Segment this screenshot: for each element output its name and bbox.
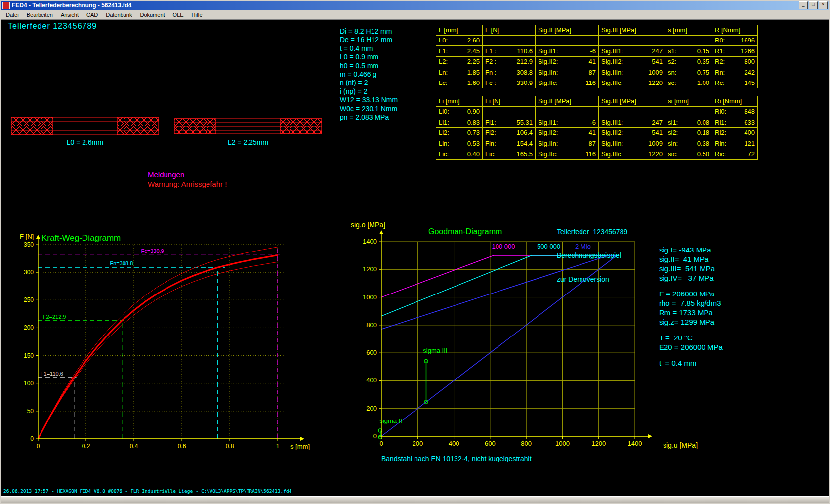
- chart-label: Goodman-Diagramm: [428, 227, 502, 236]
- application-window: FED4 - Tellerfederberechnung - 562413.fd…: [0, 0, 830, 504]
- menu-item-cad[interactable]: CAD: [83, 11, 102, 19]
- chart-label: s [mm]: [290, 443, 310, 450]
- chart-label: 800: [521, 440, 532, 447]
- result-line: sig.II= 41 MPa: [659, 254, 723, 264]
- menu-item-dokument[interactable]: Dokument: [136, 11, 168, 19]
- menu-item-ole[interactable]: OLE: [169, 11, 188, 19]
- table-cell: [599, 36, 665, 46]
- chart-label: 200: [412, 440, 423, 447]
- close-button[interactable]: ×: [819, 1, 828, 9]
- result-line: rho = 7.85 kg/dm3: [659, 298, 723, 308]
- table-cell: F1 :110.6: [483, 46, 536, 57]
- chart-label: sigma II: [379, 417, 402, 424]
- chart-label: F [N]: [20, 233, 34, 240]
- table-cell: F2 :212.9: [483, 57, 536, 68]
- maximize-button[interactable]: □: [809, 1, 818, 9]
- result-line: E = 206000 MPa: [659, 289, 723, 298]
- chart-label: 350: [24, 241, 34, 248]
- table-header-row: Li [mm]Fi [N]Sig.II [MPa]Sig.III [MPa]si…: [436, 96, 758, 107]
- table-cell: si2:0.18: [665, 128, 712, 139]
- chart-label: 0: [379, 440, 383, 447]
- table-cell: Rc:145: [712, 78, 758, 89]
- table-cell: Sig.III2:541: [599, 128, 665, 139]
- table-cell: R0:1696: [712, 36, 758, 46]
- result-line: t = 0.4 mm: [659, 358, 723, 368]
- table-cell: [536, 36, 599, 46]
- chart-label: 600: [485, 440, 496, 447]
- chart-label: 300: [24, 269, 34, 276]
- parameter-line: t = 0.4 mm: [340, 44, 398, 53]
- messages-heading: Meldungen: [148, 170, 227, 179]
- chart-label: 50: [27, 408, 34, 415]
- chart-label: 250: [24, 296, 34, 303]
- spring-section-drawing-2: [174, 117, 322, 137]
- chart-label: 0: [374, 432, 377, 440]
- table-cell: Sig.III2:541: [599, 57, 665, 68]
- column-header: Sig.II [MPa]: [536, 96, 599, 107]
- chart-label: sig.o [MPa]: [351, 221, 385, 229]
- table-cell: Lin:0.53: [436, 138, 483, 149]
- table-cell: [599, 107, 665, 118]
- material-note: Bandstahl nach EN 10132-4, nicht kugelge…: [381, 455, 532, 462]
- table-cell: Sig.II2:41: [536, 128, 599, 139]
- chart-label: 100: [24, 380, 34, 387]
- app-icon[interactable]: [2, 2, 10, 9]
- table-row: Li0:0.90Ri0:848: [436, 107, 758, 118]
- result-line: sig.IV= 37 MPa: [659, 273, 723, 283]
- chart-label: 1000: [555, 440, 570, 447]
- menu-item-ansicht[interactable]: Ansicht: [57, 11, 83, 19]
- table-cell: Sig.IIn:87: [536, 138, 599, 149]
- column-header: Sig.III [MPa]: [599, 96, 665, 107]
- chart-label: Fc=330.9: [141, 248, 164, 254]
- warning-message: Warnung: Anrissgefahr !: [148, 180, 227, 188]
- minimize-button[interactable]: _: [799, 1, 808, 9]
- table-cell: Sig.III1:247: [599, 117, 665, 128]
- result-line: sig.I= -943 MPa: [659, 245, 723, 254]
- table-cell: Fin:154.4: [483, 138, 536, 149]
- menu-item-bearbeiten[interactable]: Bearbeiten: [23, 11, 57, 19]
- column-header: Ri [Nmm]: [712, 96, 758, 107]
- column-header: Fi [N]: [483, 96, 536, 107]
- menu-item-hilfe[interactable]: Hilfe: [188, 11, 207, 19]
- annotation-line: Tellerfeder 123456789: [557, 228, 627, 236]
- parameter-line: pn = 2.083 MPa: [340, 113, 398, 122]
- chart-label: 1000: [363, 294, 377, 301]
- table-cell: [665, 36, 712, 46]
- spring-section-drawing-1: [11, 115, 159, 137]
- table-row: L2:2.25F2 :212.9Sig.II2:41Sig.III2:541s2…: [436, 57, 758, 68]
- parameter-line: W0c = 230.1 Nmm: [340, 105, 398, 113]
- table-row: Lc:1.60Fc :330.9Sig.IIc:116Sig.IIIc:1220…: [436, 78, 758, 89]
- chart-label: F2=212.9: [43, 314, 66, 320]
- menu-item-datei[interactable]: Datei: [2, 11, 23, 19]
- table-cell: Fi2:106.4: [483, 128, 536, 139]
- table-cell: Lic:0.40: [436, 149, 483, 160]
- menu-item-datenbank[interactable]: Datenbank: [102, 11, 136, 19]
- chart-label: 600: [366, 349, 377, 356]
- table-cell: L2:2.25: [436, 57, 483, 68]
- table-cell: Rin:121: [712, 138, 758, 149]
- result-line: sig.z= 1299 MPa: [659, 317, 723, 327]
- table-cell: R2:800: [712, 57, 758, 68]
- chart-label: 1200: [363, 265, 377, 273]
- parameter-line: n (nf) = 2: [340, 79, 398, 87]
- column-header: R [Nmm]: [712, 25, 758, 36]
- table-cell: Sig.IIIn:1009: [599, 138, 665, 149]
- table-cell: sin:0.38: [665, 138, 712, 149]
- parameter-line: i (np) = 2: [340, 87, 398, 96]
- result-line: T = 20 °C: [659, 333, 723, 342]
- spring-length-label-1: L0 = 2.6mm: [11, 138, 159, 146]
- chart-label: 0.4: [130, 443, 138, 450]
- table-cell: Sig.IIIn:1009: [599, 67, 665, 78]
- result-line: [659, 327, 723, 333]
- menu-bar: DateiBearbeitenAnsichtCADDatenbankDokume…: [1, 10, 829, 20]
- table-cell: [665, 107, 712, 118]
- column-header: si [mm]: [665, 96, 712, 107]
- table-cell: L0:2.60: [436, 36, 483, 46]
- table-cell: Lc:1.60: [436, 78, 483, 89]
- table-row: Lin:0.53Fin:154.4Sig.IIn:87Sig.IIIn:1009…: [436, 138, 758, 149]
- messages-block: Meldungen Warnung: Anrissgefahr !: [148, 170, 227, 188]
- table-cell: Sig.IIc:116: [536, 149, 599, 160]
- column-header: F [N]: [483, 25, 536, 36]
- table-cell: Sig.III1:247: [599, 46, 665, 57]
- results-table-Li: Li [mm]Fi [N]Sig.II [MPa]Sig.III [MPa]si…: [436, 96, 758, 160]
